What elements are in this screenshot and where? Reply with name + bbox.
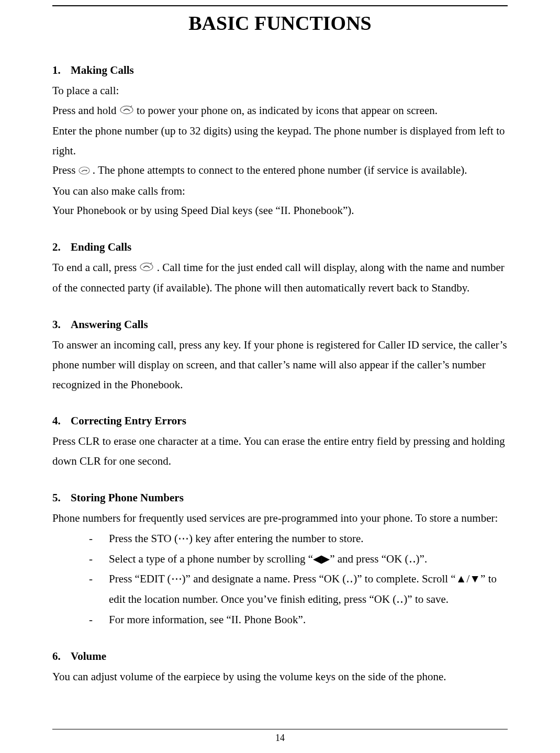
text-fragment: To end a call, press bbox=[52, 261, 139, 274]
body-text: Enter the phone number (up to 32 digits)… bbox=[52, 121, 508, 161]
list-content: For more information, see “II. Phone Boo… bbox=[109, 610, 508, 630]
list-content: Press “EDIT (⋯)” and designate a name. P… bbox=[109, 569, 508, 610]
heading-ending-calls: 2. Ending Calls bbox=[52, 241, 508, 254]
body-text: Press CLR to erase one character at a ti… bbox=[52, 432, 508, 471]
list-content: Select a type of a phone number by scrol… bbox=[109, 549, 508, 569]
svg-point-0 bbox=[120, 106, 133, 114]
heading-label: Correcting Entry Errors bbox=[71, 414, 186, 428]
page-footer: 14 bbox=[0, 729, 560, 744]
heading-storing-numbers: 5. Storing Phone Numbers bbox=[52, 491, 508, 504]
body-text: To end a call, press . Call time for the… bbox=[52, 258, 508, 298]
list-item: - Press the STO (⋯) key after entering t… bbox=[89, 529, 508, 549]
svg-point-3 bbox=[140, 263, 153, 271]
body-text: To answer an incoming call, press any ke… bbox=[52, 335, 508, 395]
heading-num: 6. bbox=[52, 650, 61, 663]
heading-num: 4. bbox=[52, 414, 61, 428]
heading-label: Storing Phone Numbers bbox=[71, 491, 184, 504]
body-text: You can also make calls from: bbox=[52, 182, 508, 201]
heading-num: 1. bbox=[52, 64, 61, 77]
heading-answering-calls: 3. Answering Calls bbox=[52, 318, 508, 331]
heading-num: 3. bbox=[52, 318, 61, 331]
heading-num: 2. bbox=[52, 241, 61, 254]
body-text: You can adjust volume of the earpiece by… bbox=[52, 667, 508, 687]
text-fragment: . The phone attempts to connect to the e… bbox=[93, 164, 467, 176]
list-dash: - bbox=[89, 569, 109, 610]
list-dash: - bbox=[89, 529, 109, 549]
body-text: To place a call: bbox=[52, 81, 508, 101]
heading-num: 5. bbox=[52, 491, 61, 504]
page-number: 14 bbox=[275, 733, 285, 743]
list-content: Press the STO (⋯) key after entering the… bbox=[109, 529, 508, 549]
heading-label: Ending Calls bbox=[71, 241, 131, 254]
power-key-icon bbox=[139, 259, 154, 278]
body-text: Press and hold to power your phone on, a… bbox=[52, 101, 508, 121]
heading-label: Making Calls bbox=[71, 64, 134, 77]
list-item: - For more information, see “II. Phone B… bbox=[89, 610, 508, 630]
send-key-icon bbox=[79, 162, 90, 182]
heading-label: Answering Calls bbox=[71, 318, 148, 331]
heading-correcting-errors: 4. Correcting Entry Errors bbox=[52, 414, 508, 428]
top-rule bbox=[52, 5, 508, 6]
list-item: - Select a type of a phone number by scr… bbox=[89, 549, 508, 569]
text-fragment: Press and hold bbox=[52, 104, 119, 117]
body-text: Press . The phone attempts to connect to… bbox=[52, 161, 508, 181]
list-item: - Press “EDIT (⋯)” and designate a name.… bbox=[89, 569, 508, 610]
heading-label: Volume bbox=[71, 650, 106, 663]
body-text: Your Phonebook or by using Speed Dial ke… bbox=[52, 201, 508, 221]
page-title: BASIC FUNCTIONS bbox=[52, 12, 508, 35]
text-fragment: to power your phone on, as indicated by … bbox=[137, 104, 438, 117]
heading-volume: 6. Volume bbox=[52, 650, 508, 663]
text-fragment: Press bbox=[52, 164, 79, 176]
list-dash: - bbox=[89, 549, 109, 569]
power-key-icon bbox=[119, 102, 134, 121]
body-text: Phone numbers for frequently used servic… bbox=[52, 509, 508, 529]
heading-making-calls: 1. Making Calls bbox=[52, 64, 508, 77]
footer-rule bbox=[52, 729, 508, 729]
storing-list: - Press the STO (⋯) key after entering t… bbox=[89, 529, 508, 630]
list-dash: - bbox=[89, 610, 109, 630]
